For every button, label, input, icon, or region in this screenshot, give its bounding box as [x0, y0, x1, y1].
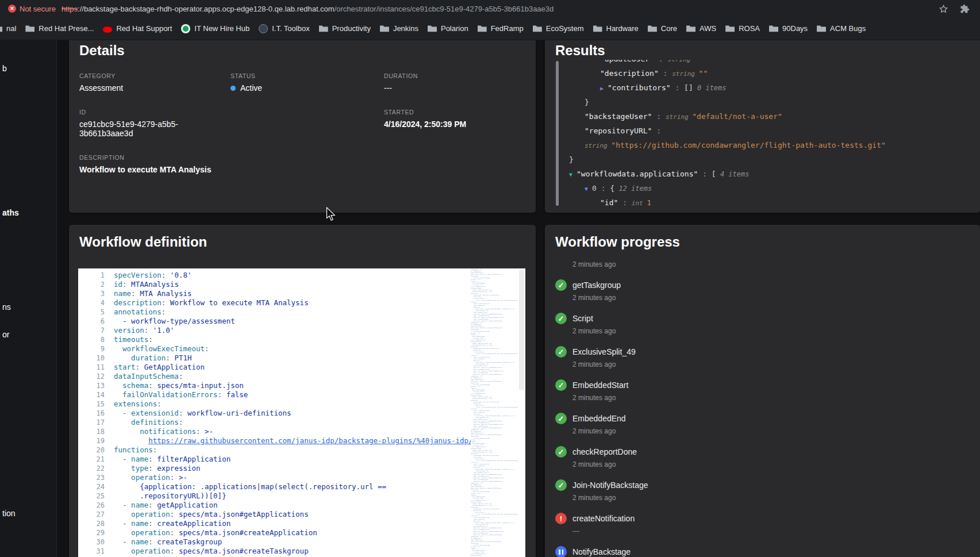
url-omnibox[interactable]: https://backstage-backstage-rhdh-operato…: [62, 5, 933, 13]
line-number: 24: [78, 482, 105, 491]
url-host: ://backstage-backstage-rhdh-operator.app…: [78, 5, 335, 13]
sidebar-item-label[interactable]: aths: [2, 208, 19, 217]
progress-step-name: Script: [572, 314, 593, 323]
bookmark-item[interactable]: Productivity: [314, 21, 375, 37]
sidebar-item-label[interactable]: or: [2, 330, 9, 339]
bookmark-item[interactable]: AWS: [682, 21, 721, 37]
bookmark-item[interactable]: FedRamp: [473, 21, 528, 37]
line-number: 26: [78, 501, 105, 510]
line-number: 9: [78, 344, 105, 354]
bookmark-item[interactable]: Polarion: [423, 21, 473, 37]
bookmark-item[interactable]: I.T. Toolbox: [254, 21, 314, 37]
code-line: failOnValidationErrors: false: [114, 390, 525, 399]
collapse-arrow-icon[interactable]: ▼: [585, 182, 588, 196]
bookmark-folder-icon: [103, 26, 112, 33]
line-number: 6: [78, 317, 105, 326]
field-id: ID ce91cbc9-51e9-4279-a5b5-3b661b3aae3d: [79, 109, 230, 138]
json-line: ▼0 : { 12 items: [569, 181, 980, 195]
app-sidebar: b aths ns or tion: [0, 40, 57, 557]
sidebar-item-label[interactable]: ns: [2, 302, 11, 312]
code-line: annotations:: [114, 308, 525, 317]
progress-timestamp: 2 minutes ago: [572, 460, 970, 468]
bookmark-item[interactable]: Hardware: [589, 21, 643, 37]
expand-arrow-icon[interactable]: ▶: [600, 81, 604, 95]
code-line: workflowExecTimeout:: [114, 344, 525, 354]
bookmark-item[interactable]: 90Days: [764, 21, 812, 37]
code-line: - extensionid: workflow-uri-definitions: [114, 409, 525, 418]
field-value: Workflow to execute MTA Analysis: [79, 165, 525, 174]
results-json-viewer[interactable]: "updateUser" : string "description" : st…: [545, 60, 980, 213]
progress-timestamp: 2 minutes ago: [572, 327, 970, 335]
field-label: ID: [79, 109, 230, 116]
editor-code[interactable]: specVersion: '0.8'id: MTAAnalysisname: M…: [114, 268, 525, 557]
code-line: description: Workflow to execute MTA Ana…: [114, 298, 525, 308]
sidebar-item-label[interactable]: b: [2, 64, 7, 73]
progress-step-name: ExclusiveSplit_49: [572, 347, 636, 356]
code-line: functions:: [114, 445, 525, 455]
bookmark-star-icon[interactable]: [939, 4, 948, 14]
json-line: string "https://github.com/condawrangler…: [569, 138, 980, 152]
bookmark-folder-icon: [181, 24, 190, 33]
main-area: Details CATEGORY Assessment STATUS Activ…: [57, 40, 980, 557]
code-editor[interactable]: 1234567891011121314151617181920212223242…: [78, 268, 525, 557]
line-number: 31: [78, 547, 105, 556]
bookmark-item[interactable]: Red Hat Prese...: [21, 21, 98, 37]
code-line: operation: specs/mta.json#createApplicat…: [114, 528, 525, 537]
bookmark-item[interactable]: EcoSystem: [528, 21, 589, 37]
check-circle-icon: ✓: [555, 379, 567, 391]
bookmark-label: 90Days: [782, 24, 808, 33]
json-line: ▼"workflowdata.applications" : [ 4 items: [569, 167, 980, 181]
line-number: 10: [78, 354, 105, 363]
line-number: 29: [78, 528, 105, 537]
progress-step-name: getTaskgroup: [572, 281, 621, 290]
sidebar-item-label[interactable]: tion: [2, 509, 16, 518]
bookmark-folder-icon: [25, 24, 34, 33]
security-chip[interactable]: ✕ Not secure: [8, 5, 56, 13]
extensions-icon[interactable]: [960, 4, 970, 14]
progress-timestamp: 2 minutes ago: [572, 260, 970, 268]
code-line: specVersion: '0.8': [114, 271, 525, 280]
json-line: ▶"contributors" : [] 0 items: [569, 80, 980, 95]
bookmark-item[interactable]: nal: [0, 21, 21, 37]
line-number: 23: [78, 473, 105, 482]
check-circle-icon: ✓: [555, 446, 567, 458]
code-line: extensions:: [114, 399, 525, 409]
progress-timestamp: 2 minutes ago: [572, 427, 970, 435]
security-label: Not secure: [20, 5, 56, 13]
code-line: https://raw.githubusercontent.com/janus-…: [114, 436, 525, 445]
line-number: 18: [78, 427, 105, 436]
code-line: operation: >-: [114, 473, 525, 482]
workflow-definition-card: Workflow definition 12345678910111213141…: [69, 225, 536, 557]
bookmark-folder-icon: [648, 24, 657, 33]
check-circle-icon: ✓: [555, 346, 567, 358]
bookmark-item[interactable]: ROSA: [721, 21, 764, 37]
collapse-arrow-icon[interactable]: ▼: [569, 167, 572, 182]
code-line: name: MTA Analysis: [114, 289, 525, 298]
code-line: id: MTAAnalysis: [114, 280, 525, 289]
bookmark-label: Core: [661, 24, 677, 33]
bookmark-folder-icon: [533, 24, 542, 33]
bookmark-label: FedRamp: [491, 24, 524, 33]
bookmark-item[interactable]: ACM Bugs: [812, 21, 870, 37]
check-circle-icon: ✓: [555, 313, 567, 324]
bookmark-label: I.T. Toolbox: [272, 24, 310, 33]
progress-step-name: NotifyBackstage: [572, 547, 631, 556]
progress-timestamp: 2 minutes ago: [572, 394, 970, 402]
bookmark-item[interactable]: Red Hat Support: [98, 21, 176, 37]
details-grid: CATEGORY Assessment STATUS Active DURATI…: [69, 64, 536, 174]
editor-minimap[interactable]: specVersion: '0.8' id: MTAAnalysis name:…: [471, 268, 518, 557]
line-number: 1: [78, 271, 105, 280]
editor-scrollbar[interactable]: [518, 268, 525, 557]
check-circle-icon: ✓: [555, 413, 567, 424]
bookmark-item[interactable]: Jenkins: [375, 21, 423, 37]
bookmark-folder-icon: [817, 24, 826, 33]
editor-scrollbar-thumb[interactable]: [519, 270, 524, 390]
bookmark-item[interactable]: IT New Hire Hub: [176, 21, 254, 37]
bookmark-item[interactable]: Core: [643, 21, 682, 37]
field-value: 4/16/2024, 2:50:39 PM: [384, 120, 525, 129]
bookmark-label: IT New Hire Hub: [194, 24, 249, 33]
progress-item: ✓checkReportDone2 minutes ago: [555, 444, 970, 468]
line-number: 22: [78, 464, 105, 473]
line-number: 14: [78, 390, 105, 399]
json-line: "updateUser" : string: [569, 60, 980, 66]
